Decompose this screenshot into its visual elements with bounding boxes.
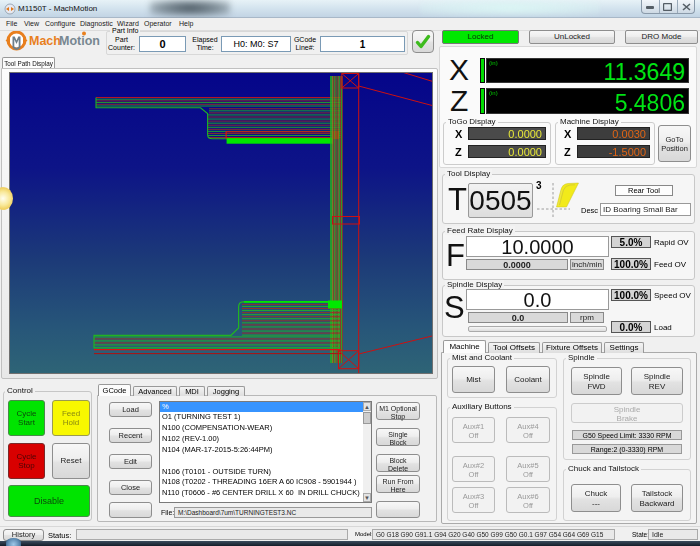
svg-text:Mach: Mach [29, 34, 61, 48]
svg-text:Motion: Motion [59, 34, 100, 48]
